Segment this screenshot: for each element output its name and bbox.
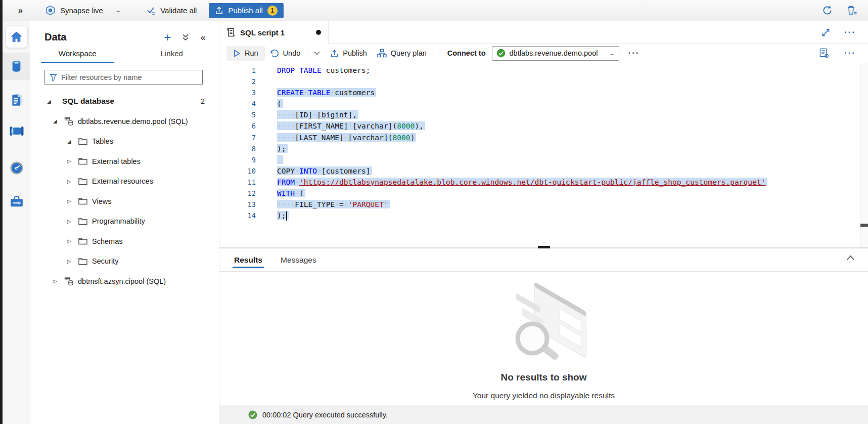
collapse-all-icon[interactable] xyxy=(182,33,189,41)
line-number: 2 xyxy=(219,76,256,87)
validate-all-button[interactable]: Validate all xyxy=(147,6,197,15)
query-plan-button[interactable]: Query plan xyxy=(372,46,432,61)
code-line[interactable]: 3CREATE·TABLE·customers xyxy=(219,87,868,98)
nav-develop[interactable] xyxy=(3,86,30,113)
query-plan-icon xyxy=(377,49,387,58)
window-edge xyxy=(0,0,3,424)
run-label: Run xyxy=(245,49,258,57)
code-editor[interactable]: 1DROP TABLE customers;23CREATE·TABLE·cus… xyxy=(219,63,868,247)
synapse-logo-icon xyxy=(45,5,56,16)
tab-results[interactable]: Results xyxy=(234,248,262,272)
nav-home[interactable] xyxy=(3,23,30,51)
expand-icon[interactable]: ▷ xyxy=(67,158,78,164)
status-message: 00:00:02 Query executed successfully. xyxy=(262,411,388,419)
collapse-icon[interactable]: ◢ xyxy=(67,139,78,144)
discard-trash-icon[interactable] xyxy=(847,5,857,16)
add-resource-icon[interactable]: + xyxy=(164,33,171,42)
collapse-icon[interactable]: ◢ xyxy=(47,99,58,104)
empty-title: No results to show xyxy=(501,372,587,383)
tree-item-dbtlabs-revenue-demo-pool-sql[interactable]: ◢dbtlabs.revenue.demo.pool (SQL) xyxy=(30,111,219,132)
toolbar-more-icon[interactable]: ··· xyxy=(628,48,640,58)
refresh-icon[interactable] xyxy=(822,5,833,16)
tab-more-actions-icon[interactable]: ··· xyxy=(844,27,856,37)
publish-all-label: Publish all xyxy=(228,6,262,15)
tab-messages[interactable]: Messages xyxy=(281,248,316,272)
code-line[interactable]: 7····[LAST_NAME]·[varchar](8000) xyxy=(219,132,868,143)
script-toolbar: Run Undo Publish Query plan Connect to xyxy=(219,44,868,63)
line-number: 1 xyxy=(219,65,256,76)
expand-icon[interactable]: ▷ xyxy=(67,238,78,244)
tree-item-programmability[interactable]: ▷Programmability xyxy=(30,211,219,232)
code-line[interactable]: 2 xyxy=(219,76,868,87)
editor-more-actions-icon[interactable]: ··· xyxy=(844,48,856,58)
scrollbar-thumb[interactable] xyxy=(860,224,868,227)
no-results-empty-state: No results to show Your query yielded no… xyxy=(219,272,868,400)
nav-data[interactable] xyxy=(3,53,30,80)
code-line[interactable]: 12WITH·( xyxy=(219,188,868,199)
tree-item-tables[interactable]: ◢Tables xyxy=(30,132,219,152)
line-number: 9 xyxy=(219,154,256,165)
connect-to-dropdown[interactable]: dbtlabs.revenue.demo.pool ⌄ xyxy=(492,46,619,61)
status-bar: 00:00:02 Query executed successfully. xyxy=(219,405,868,424)
publish-all-button[interactable]: Publish all 1 xyxy=(209,3,283,18)
collapse-icon[interactable]: ◢ xyxy=(53,118,64,124)
code-line[interactable]: 10COPY·INTO·[customers] xyxy=(219,165,868,177)
code-line[interactable]: 8); xyxy=(219,143,868,154)
tab-workspace[interactable]: Workspace xyxy=(30,49,125,63)
undo-button[interactable]: Undo xyxy=(265,46,306,61)
double-chevron-icon[interactable]: » xyxy=(18,6,23,15)
code-line[interactable]: 4( xyxy=(219,98,868,109)
expand-icon[interactable]: ▷ xyxy=(67,198,78,204)
expand-icon[interactable]: ▷ xyxy=(67,259,78,264)
tree-item-schemas[interactable]: ▷Schemas xyxy=(30,231,219,251)
code-line[interactable]: 9 xyxy=(219,154,868,165)
tree-item-dbtmsft-azsyn-cipool-sql[interactable]: ▷dbtmsft.azsyn.cipool (SQL) xyxy=(30,271,219,291)
text-cursor xyxy=(286,211,287,221)
code-line-text: ····[ID]·[bigint], xyxy=(277,109,357,120)
folder-icon xyxy=(78,237,92,245)
mode-switcher[interactable]: Synapse live ⌄ xyxy=(45,5,120,16)
run-button[interactable]: Run xyxy=(226,46,265,61)
tab-sql-script-1[interactable]: SQL script 1 xyxy=(219,21,329,44)
nav-manage[interactable] xyxy=(3,188,30,215)
line-number: 5 xyxy=(219,109,256,120)
tree-item-views[interactable]: ▷Views xyxy=(30,191,219,211)
query-plan-label: Query plan xyxy=(391,49,427,57)
code-line[interactable]: 1DROP TABLE customers; xyxy=(219,65,868,76)
publish-button[interactable]: Publish xyxy=(325,46,372,61)
panel-title: Data xyxy=(44,31,66,43)
tree-item-label: Tables xyxy=(92,137,113,145)
folder-icon xyxy=(78,197,92,205)
tree-item-external-tables[interactable]: ▷External tables xyxy=(30,151,219,172)
nav-rail xyxy=(3,21,30,424)
line-number: 6 xyxy=(219,120,256,132)
collapse-results-icon[interactable] xyxy=(846,255,855,261)
nav-integrate[interactable] xyxy=(3,117,30,145)
expand-icon[interactable]: ▷ xyxy=(53,278,64,284)
expand-icon[interactable]: ▷ xyxy=(67,179,78,184)
tree-item-external-resources[interactable]: ▷External resources xyxy=(30,172,219,192)
tree-item-label: Programmability xyxy=(92,217,145,225)
mode-label: Synapse live xyxy=(60,6,103,15)
tree-item-security[interactable]: ▷Security xyxy=(30,251,219,272)
editor-tab-bar: SQL script 1 ··· xyxy=(219,21,868,44)
code-line-text: ( xyxy=(277,98,282,109)
expand-icon[interactable]: ▷ xyxy=(67,219,78,224)
code-line[interactable]: 6····[FIRST_NAME]·[varchar](8000), xyxy=(219,120,868,132)
expand-editor-icon[interactable] xyxy=(821,28,830,37)
collapse-panel-icon[interactable]: « xyxy=(200,34,206,41)
undo-dropdown[interactable] xyxy=(309,48,325,58)
filter-input[interactable] xyxy=(61,73,198,81)
code-line[interactable]: 5····[ID]·[bigint], xyxy=(219,109,868,120)
code-line[interactable]: 13····FILE_TYPE·=·'PARQUET' xyxy=(219,199,868,210)
editor-tab-title: SQL script 1 xyxy=(240,28,285,37)
line-number: 13 xyxy=(219,199,256,210)
tab-linked[interactable]: Linked xyxy=(125,49,219,63)
code-line[interactable]: 11FROM·'https://dbtlabsynapsedatalake.bl… xyxy=(219,177,868,188)
tree-section-sql-database[interactable]: ◢ SQL database 2 xyxy=(30,91,219,111)
nav-monitor[interactable] xyxy=(3,154,30,182)
editor-scrollbar[interactable] xyxy=(860,63,868,247)
properties-icon[interactable] xyxy=(819,48,829,58)
code-line[interactable]: 14); xyxy=(219,210,868,221)
results-tabs: Results Messages xyxy=(219,248,868,272)
